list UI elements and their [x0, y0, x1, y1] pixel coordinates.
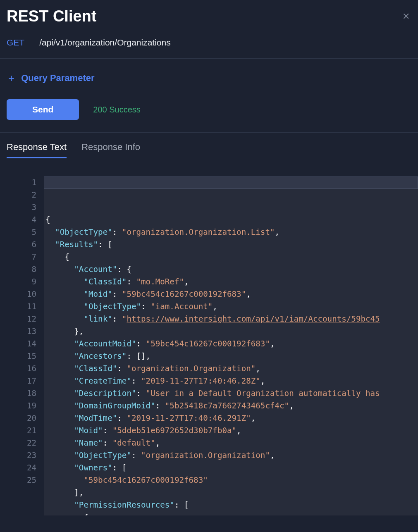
code-line: "Moid": "59bc454c16267c000192f683",: [45, 288, 418, 301]
code-line: "ObjectType": "organization.Organization…: [45, 449, 418, 462]
line-highlight: [44, 177, 418, 189]
status-badge: 200 Success: [93, 105, 141, 115]
request-url[interactable]: /api/v1/organization/Organizations: [39, 38, 171, 48]
code-line: "59bc454c16267c000192f683": [45, 474, 418, 487]
code-line: "Name": "default",: [45, 437, 418, 449]
code-line: "ModTime": "2019-11-27T17:40:46.291Z",: [45, 412, 418, 425]
code-line: "ObjectType": "iam.Account",: [45, 301, 418, 313]
tab-response-info[interactable]: Response Info: [81, 142, 140, 158]
add-query-param[interactable]: + Query Parameter: [0, 59, 418, 83]
code-line: "Description": "User in a Default Organi…: [45, 387, 418, 400]
http-method[interactable]: GET: [7, 38, 24, 48]
response-editor[interactable]: 1234567891011121314151617181920212223242…: [7, 177, 418, 515]
close-icon[interactable]: ✕: [401, 10, 411, 24]
code-line: "ObjectType": "organization.Organization…: [45, 226, 418, 239]
code-line: "Moid": "5ddeb51e6972652d30b7fb0a",: [45, 425, 418, 437]
code-line: "Ancestors": [],: [45, 350, 418, 363]
code-line: "Results": [: [45, 239, 418, 251]
code-line: ],: [45, 487, 418, 499]
send-button[interactable]: Send: [7, 99, 79, 120]
code-line: },: [45, 325, 418, 338]
code-line: "DomainGroupMoid": "5b25418c7a7662743465…: [45, 400, 418, 412]
code-line: {: [45, 511, 418, 515]
plus-icon: +: [8, 73, 14, 83]
query-param-label: Query Parameter: [21, 73, 94, 83]
code-line: "Owners": [: [45, 462, 418, 474]
line-gutter: 1234567891011121314151617181920212223242…: [7, 177, 44, 515]
code-line: "Account": {: [45, 263, 418, 276]
page-title: REST Client: [7, 7, 96, 25]
code-line: {: [45, 251, 418, 263]
tab-response-text[interactable]: Response Text: [7, 142, 67, 158]
code-line: "link": "https://www.intersight.com/api/…: [45, 313, 418, 325]
code-area[interactable]: { "ObjectType": "organization.Organizati…: [44, 177, 418, 515]
code-line: "CreateTime": "2019-11-27T17:40:46.28Z",: [45, 375, 418, 387]
code-line: "ClassId": "organization.Organization",: [45, 363, 418, 375]
code-line: "ClassId": "mo.MoRef",: [45, 276, 418, 288]
code-line: "AccountMoid": "59bc454c16267c000192f683…: [45, 338, 418, 350]
code-line: "PermissionResources": [: [45, 499, 418, 511]
code-line: {: [45, 214, 418, 226]
